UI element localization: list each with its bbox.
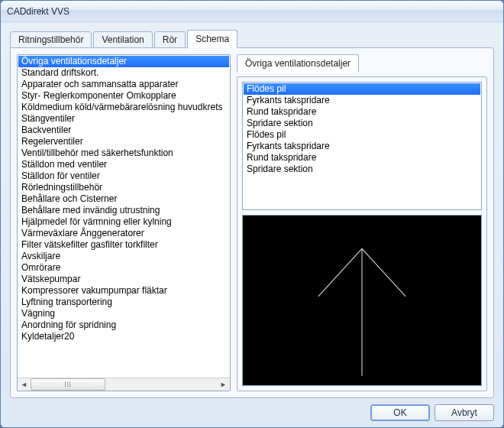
- detail-column: Övriga ventilationsdetaljer Flödes pilFy…: [237, 54, 487, 391]
- list-item[interactable]: Spridare sektion: [244, 118, 480, 129]
- list-item[interactable]: Omrörare: [18, 262, 229, 274]
- list-item[interactable]: Backventiler: [18, 125, 229, 136]
- tab[interactable]: Rör: [154, 31, 186, 48]
- list-item[interactable]: Spridare sektion: [244, 164, 480, 175]
- list-item[interactable]: Apparater och sammansatta apparater: [18, 79, 229, 90]
- list-item[interactable]: Behållare och Cisterner: [18, 193, 229, 205]
- list-item[interactable]: Filter vätskefilter gasfilter torkfilter: [18, 239, 229, 251]
- scroll-left-arrow-icon[interactable]: ◄: [18, 378, 31, 391]
- list-item[interactable]: Ställdon med ventiler: [18, 159, 229, 170]
- tab[interactable]: Ritningstillbehör: [10, 31, 92, 48]
- cancel-button[interactable]: Avbryt: [435, 404, 494, 421]
- list-item[interactable]: Anordning för spridning: [18, 319, 229, 331]
- scroll-thumb[interactable]: [31, 378, 105, 391]
- scroll-right-arrow-icon[interactable]: ►: [217, 378, 230, 391]
- category-column: Övriga ventilationsdetaljerStandard drif…: [17, 54, 231, 391]
- list-item[interactable]: Stängventiler: [18, 113, 229, 125]
- list-item[interactable]: Lyftning transportering: [18, 297, 229, 308]
- list-item[interactable]: Flödes pil: [244, 129, 480, 141]
- tab-label: Rör: [163, 34, 177, 45]
- button-row: OK Avbryt: [10, 398, 494, 421]
- tab-label: Ventilation: [102, 34, 144, 45]
- tabpanel-schema: Övriga ventilationsdetaljerStandard drif…: [10, 47, 494, 398]
- titlebar[interactable]: CADdirekt VVS: [1, 1, 503, 22]
- main-tabs: RitningstillbehörVentilationRörSchema: [10, 30, 494, 48]
- list-item[interactable]: Fyrkants takspridare: [244, 95, 480, 106]
- scroll-track[interactable]: [31, 378, 217, 391]
- list-item[interactable]: Styr- Reglerkomponenter Omkopplare: [18, 90, 229, 102]
- list-item[interactable]: Ställdon för ventiler: [18, 170, 229, 182]
- horizontal-scrollbar[interactable]: ◄ ►: [18, 378, 230, 391]
- list-item[interactable]: Flödes pil: [244, 83, 480, 95]
- detail-tab-label: Övriga ventilationsdetaljer: [245, 58, 351, 69]
- list-item[interactable]: Vägning: [18, 308, 229, 319]
- list-item[interactable]: Regelerventiler: [18, 136, 229, 148]
- dialog-window: CADdirekt VVS RitningstillbehörVentilati…: [0, 0, 504, 428]
- flow-arrow-icon: [243, 216, 481, 385]
- tab-label: Ritningstillbehör: [18, 34, 83, 45]
- list-item[interactable]: Kyldetaljer20: [18, 331, 229, 342]
- window-title: CADdirekt VVS: [7, 6, 69, 17]
- list-item[interactable]: Värmeväxlare Ånggeneratorer: [18, 228, 229, 239]
- tab-label: Schema: [195, 34, 229, 44]
- cancel-button-label: Avbryt: [451, 407, 477, 418]
- list-item[interactable]: Rörledningstillbehör: [18, 182, 229, 193]
- svg-line-1: [318, 248, 362, 296]
- dialog-content: RitningstillbehörVentilationRörSchema Öv…: [1, 22, 503, 427]
- detail-tab[interactable]: Övriga ventilationsdetaljer: [237, 54, 359, 73]
- list-item[interactable]: Rund takspridare: [244, 152, 480, 164]
- list-item[interactable]: Ventil/tillbehör med säkerhetsfunktion: [18, 148, 229, 159]
- list-item[interactable]: Behållare med invändig utrustning: [18, 205, 229, 216]
- tab[interactable]: Ventilation: [93, 31, 152, 48]
- list-item[interactable]: Standard driftskort.: [18, 67, 229, 79]
- list-item[interactable]: Hjälpmedel för värmning eller kylning: [18, 216, 229, 228]
- svg-line-2: [362, 248, 405, 296]
- list-item[interactable]: Köldmedium köld/värmebärarelösning huvud…: [18, 102, 229, 113]
- category-listbox[interactable]: Övriga ventilationsdetaljerStandard drif…: [17, 54, 231, 391]
- list-item[interactable]: Kompressorer vakumpumpar fläktar: [18, 285, 229, 297]
- ok-button-label: OK: [393, 407, 406, 418]
- list-item[interactable]: Avskiljare: [18, 251, 229, 262]
- list-item[interactable]: Vätskepumpar: [18, 274, 229, 285]
- tab[interactable]: Schema: [187, 30, 237, 48]
- detail-listbox[interactable]: Flödes pilFyrkants takspridareRund taksp…: [242, 82, 482, 210]
- list-item[interactable]: Fyrkants takspridare: [244, 141, 480, 152]
- ok-button[interactable]: OK: [370, 404, 430, 421]
- list-item[interactable]: Övriga ventilationsdetaljer: [18, 56, 229, 67]
- detail-panel: Flödes pilFyrkants takspridareRund taksp…: [237, 76, 487, 391]
- list-item[interactable]: Rund takspridare: [244, 106, 480, 118]
- detail-tabs: Övriga ventilationsdetaljer: [237, 54, 487, 73]
- preview-canvas: [242, 215, 482, 386]
